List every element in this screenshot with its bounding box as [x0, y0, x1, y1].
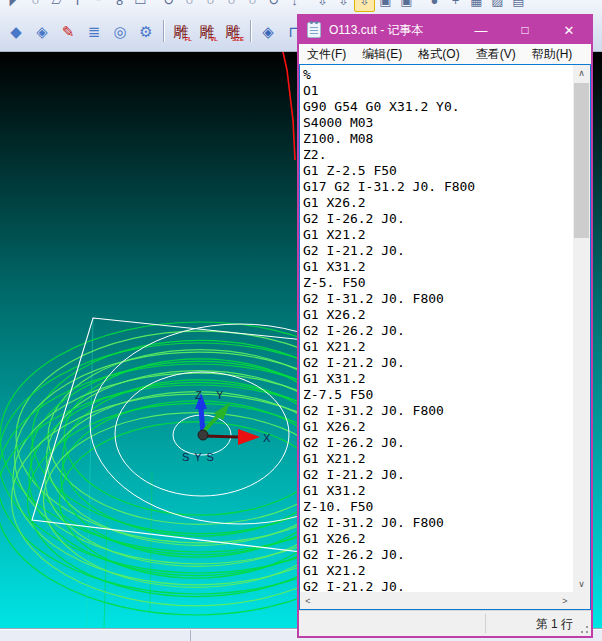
gem-icon[interactable]: ◈	[255, 18, 281, 44]
link-icon[interactable]: ▦	[466, 0, 487, 12]
pattern-icon[interactable]: *	[88, 0, 109, 12]
resize-grip[interactable]	[579, 624, 589, 634]
scroll-up-button[interactable]: ∧	[573, 65, 590, 81]
maximize-button[interactable]: □	[503, 16, 547, 44]
horizontal-scrollbar[interactable]: < >	[300, 592, 573, 609]
carve-fl-icon[interactable]: 雕FL	[168, 18, 194, 44]
select-cursor-icon[interactable]: ◤	[4, 0, 25, 12]
status-separator	[485, 614, 486, 633]
scroll-left-button[interactable]: <	[300, 592, 316, 609]
text-tool-icon[interactable]: T	[67, 0, 88, 12]
shear-icon[interactable]: ▨	[487, 0, 508, 12]
minimize-button[interactable]: —	[459, 16, 503, 44]
digit-icon[interactable]: 8	[109, 0, 130, 12]
menu-help[interactable]: 帮助(H)	[524, 44, 581, 65]
measure-icon[interactable]: +	[445, 0, 466, 12]
svg-text:X: X	[263, 432, 271, 444]
lamp-icon[interactable]: ○	[25, 0, 46, 12]
blank-box-icon[interactable]: ▭	[130, 0, 151, 12]
view-down-arrow2-icon[interactable]: ⇩	[333, 0, 354, 12]
view-down-arrow-selected-icon[interactable]: ⇩	[354, 0, 375, 12]
notepad-icon	[307, 22, 321, 38]
view-down-arrow-icon[interactable]: ⇩	[312, 0, 333, 12]
carve-sze-icon[interactable]: 雕SZE	[220, 18, 246, 44]
notepad-status-bar: 第 1 行	[299, 610, 591, 636]
cube-view2-icon[interactable]: ▣	[396, 0, 417, 12]
close-button[interactable]: ✕	[547, 16, 591, 44]
menu-edit[interactable]: 编辑(E)	[354, 44, 410, 65]
rotate-left-icon[interactable]: ↻	[158, 0, 179, 12]
svg-text:Y: Y	[216, 389, 224, 401]
notepad-menu-bar: 文件(F) 编辑(E) 格式(O) 查看(V) 帮助(H)	[299, 44, 591, 64]
line-number-indicator: 第 1 行	[536, 616, 573, 633]
zoom-out-icon[interactable]: ○	[200, 0, 221, 12]
zoom-window-icon[interactable]: ○	[221, 0, 242, 12]
toolbar-separator	[250, 20, 251, 42]
svg-text:S Y S: S Y S	[182, 451, 215, 463]
status-divider	[190, 630, 191, 641]
zoom-all-icon[interactable]: ○	[242, 0, 263, 12]
disc-stack-icon[interactable]: ◎	[107, 18, 133, 44]
toolbar-separator	[163, 20, 164, 42]
cube-view-icon[interactable]: ▣	[375, 0, 396, 12]
notepad-window: O113.cut - 记事本 — □ ✕ 文件(F) 编辑(E) 格式(O) 查…	[297, 14, 593, 638]
gcode-text[interactable]: % O1 G90 G54 G0 X31.2 Y0. S4000 M03 Z100…	[303, 67, 572, 591]
curve-pen-icon[interactable]: ✎	[55, 18, 81, 44]
sphere-icon[interactable]: ●	[424, 0, 445, 12]
corner-box-icon[interactable]: ▤	[508, 0, 529, 12]
vertical-scrollbar[interactable]: ∧ ∨	[573, 65, 590, 592]
scrollbar-corner	[573, 592, 590, 609]
toolbar-row-top: ◤○▱T*8▭↻○○○○↻↓⇩⇩⇩▣▣●+▦▨▤	[0, 0, 602, 13]
svg-text:Z: Z	[195, 389, 202, 401]
carve-vl-icon[interactable]: 雕VL	[194, 18, 220, 44]
menu-format[interactable]: 格式(O)	[410, 44, 467, 65]
menu-view[interactable]: 查看(V)	[468, 44, 524, 65]
menu-file[interactable]: 文件(F)	[299, 44, 354, 65]
vertical-scrollbar-thumb[interactable]	[574, 83, 589, 238]
spiral-coil-icon[interactable]: ≣	[81, 18, 107, 44]
window-title: O113.cut - 记事本	[329, 22, 459, 39]
scroll-right-button[interactable]: >	[557, 592, 573, 609]
parallelogram-icon[interactable]: ▱	[46, 0, 67, 12]
pump-tool-icon[interactable]: ⚙	[133, 18, 159, 44]
rotate-view-icon[interactable]: ↻	[263, 0, 284, 12]
zoom-in-icon[interactable]: ○	[179, 0, 200, 12]
pan-down-icon[interactable]: ↓	[284, 0, 305, 12]
scroll-down-button[interactable]: ∨	[573, 576, 590, 592]
chamfer-box-icon[interactable]: ◈	[29, 18, 55, 44]
mill-cone-icon[interactable]: ◆	[3, 18, 29, 44]
text-edit-area[interactable]: % O1 G90 G54 G0 X31.2 Y0. S4000 M03 Z100…	[299, 64, 591, 610]
notepad-title-bar[interactable]: O113.cut - 记事本 — □ ✕	[299, 16, 591, 44]
